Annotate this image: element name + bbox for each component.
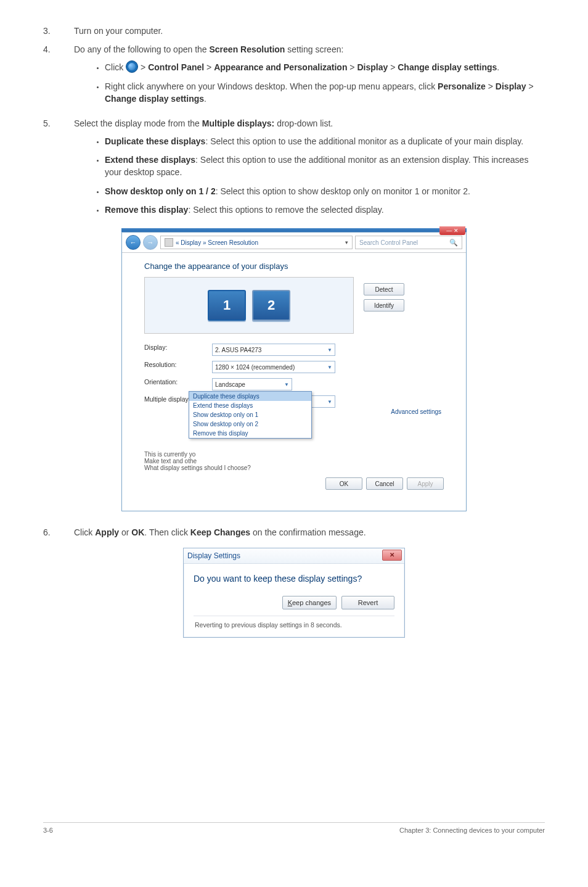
- instruction-list-cont: 6. Click Apply or OK. Then click Keep Ch…: [43, 526, 545, 538]
- step-number: 6.: [43, 526, 74, 538]
- explorer-toolbar: ← → « Display » Screen Resolution ▾ Sear…: [122, 233, 466, 253]
- resolution-dropdown[interactable]: 1280 × 1024 (recommended)▼: [212, 361, 335, 373]
- step-4: 4. Do any of the following to open the S…: [43, 43, 545, 111]
- dialog-question: Do you want to keep these display settin…: [194, 574, 394, 584]
- dd-item-remove[interactable]: Remove this display: [189, 429, 311, 438]
- chevron-down-icon: ▼: [327, 365, 332, 370]
- label-display: Display:: [144, 344, 212, 356]
- search-input[interactable]: Search Control Panel 🔍: [355, 236, 462, 249]
- window-titlebar[interactable]: — ✕: [121, 228, 467, 232]
- chevron-down-icon: ▼: [327, 399, 332, 405]
- step-text: Turn on your computer.: [74, 25, 545, 37]
- search-icon: 🔍: [449, 239, 458, 247]
- display-dropdown[interactable]: 2. ASUS PA4273▼: [212, 344, 335, 356]
- chevron-down-icon[interactable]: ▾: [345, 239, 348, 245]
- orientation-dropdown[interactable]: Landscape▼: [212, 378, 292, 390]
- step-4-bullet-2: Right click anywhere on your Windows des…: [105, 80, 545, 105]
- revert-button[interactable]: Revert: [341, 596, 394, 609]
- screen-resolution-window: — ✕ ← → « Display » Screen Resolution ▾ …: [121, 228, 467, 511]
- label-orientation: Orientation:: [144, 378, 212, 390]
- dd-item-duplicate[interactable]: Duplicate these displays: [189, 392, 311, 401]
- step-5-bullet-extend: Extend these displays: Select this optio…: [105, 154, 545, 179]
- dialog-title: Display Settings: [187, 551, 240, 560]
- advanced-settings-link[interactable]: Advanced settings: [391, 408, 441, 415]
- section-title: Change the appearance of your displays: [144, 262, 444, 271]
- page-footer: 3-6 Chapter 3: Connecting devices to you…: [43, 822, 545, 834]
- step-number: 5.: [43, 117, 74, 222]
- chevron-down-icon: ▼: [284, 382, 289, 387]
- dввdialog-footer: Reverting to previous display settings i…: [194, 616, 394, 631]
- instruction-list: 3. Turn on your computer. 4. Do any of t…: [43, 25, 545, 222]
- step-6: 6. Click Apply or OK. Then click Keep Ch…: [43, 526, 545, 538]
- multiple-displays-list[interactable]: Duplicate these displays Extend these di…: [189, 391, 312, 439]
- start-button-icon: [126, 60, 138, 73]
- dd-item-show1[interactable]: Show desktop only on 1: [189, 410, 311, 419]
- label-resolution: Resolution:: [144, 361, 212, 373]
- chapter-label: Chapter 3: Connecting devices to your co…: [399, 827, 545, 834]
- keep-changes-button[interactable]: Keep changes: [282, 596, 337, 609]
- identify-button[interactable]: Identify: [364, 299, 404, 311]
- dialog-titlebar[interactable]: Display Settings ✕: [184, 548, 404, 564]
- make-text-link[interactable]: Make text and othe: [144, 458, 197, 464]
- step-number: 4.: [43, 43, 74, 111]
- back-button[interactable]: ←: [126, 235, 141, 250]
- monitor-2-icon[interactable]: 2: [252, 290, 290, 321]
- chevron-down-icon: ▼: [327, 347, 332, 353]
- folder-icon: [165, 238, 173, 247]
- close-icon[interactable]: — ✕: [439, 226, 465, 235]
- dd-item-show2[interactable]: Show desktop only on 2: [189, 419, 311, 429]
- step-4-bullet-1: Click > Control Panel > Appearance and P…: [105, 61, 545, 74]
- forward-button[interactable]: →: [143, 235, 158, 250]
- step-5-bullet-remove: Remove this display: Select this options…: [105, 204, 545, 216]
- monitor-preview[interactable]: 1 2: [144, 277, 354, 334]
- apply-button[interactable]: Apply: [407, 477, 444, 490]
- step-number: 3.: [43, 25, 74, 37]
- ok-button[interactable]: OK: [325, 477, 362, 490]
- step-5: 5. Select the display mode from the Mult…: [43, 117, 545, 222]
- monitor-1-icon[interactable]: 1: [208, 290, 246, 321]
- step-5-bullet-duplicate: Duplicate these displays: Select this op…: [105, 135, 545, 147]
- detect-button[interactable]: Detect: [364, 283, 404, 295]
- breadcrumb[interactable]: « Display » Screen Resolution ▾: [160, 236, 353, 249]
- page-number: 3-6: [43, 827, 53, 834]
- step-3: 3. Turn on your computer.: [43, 25, 545, 37]
- step-5-bullet-showonly: Show desktop only on 1 / 2: Select this …: [105, 185, 545, 197]
- dd-item-extend[interactable]: Extend these displays: [189, 401, 311, 410]
- display-settings-dialog: Display Settings ✕ Do you want to keep t…: [183, 548, 405, 638]
- cancel-button[interactable]: Cancel: [366, 477, 403, 490]
- what-display-link[interactable]: What display settings should I choose?: [144, 464, 251, 471]
- close-icon[interactable]: ✕: [382, 550, 402, 561]
